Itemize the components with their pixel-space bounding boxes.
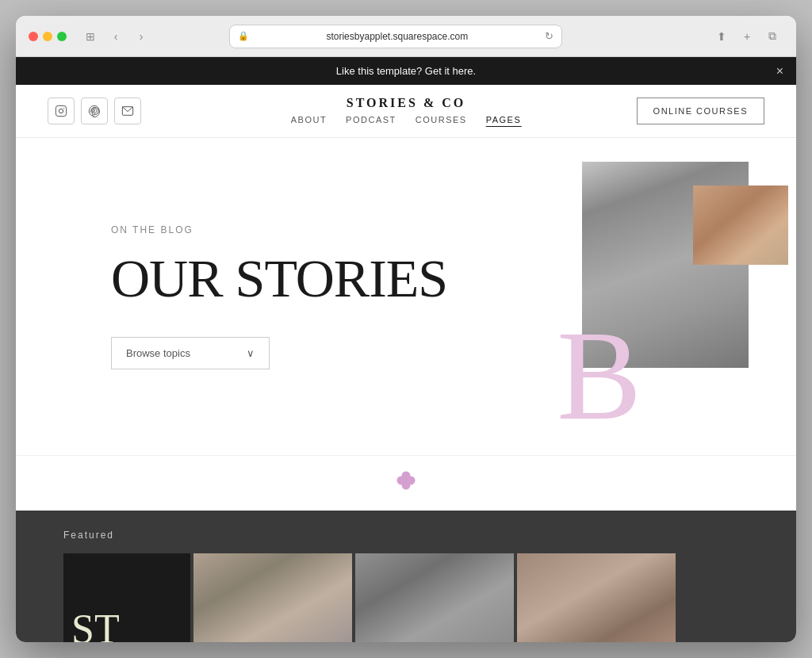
address-bar[interactable]: 🔒 storiesbyapplet.squarespace.com ↻ bbox=[229, 25, 562, 48]
nav-about[interactable]: ABOUT bbox=[291, 115, 327, 127]
svg-point-2 bbox=[63, 108, 64, 109]
browser-actions: ⬆ + ⧉ bbox=[710, 25, 783, 48]
chevron-down-icon: ∨ bbox=[247, 347, 255, 359]
featured-card-text[interactable]: ST bbox=[63, 553, 190, 642]
close-button[interactable] bbox=[29, 32, 38, 41]
flower-icon bbox=[394, 469, 418, 498]
tabs-button[interactable]: ⧉ bbox=[761, 25, 783, 48]
forward-button[interactable]: › bbox=[130, 25, 152, 48]
email-button[interactable] bbox=[114, 98, 141, 124]
card-image-3 bbox=[517, 553, 676, 642]
featured-card-1[interactable] bbox=[193, 553, 352, 642]
browser-window: ⊞ ‹ › 🔒 storiesbyapplet.squarespace.com … bbox=[16, 16, 796, 642]
card-image-1 bbox=[193, 553, 352, 642]
card-large-text: ST bbox=[71, 611, 120, 642]
website-content: Like this template? Get it here. × bbox=[16, 57, 796, 642]
header-right: ONLINE COURSES bbox=[637, 98, 764, 124]
browse-topics-label: Browse topics bbox=[126, 347, 190, 359]
back-button[interactable]: ‹ bbox=[105, 25, 127, 48]
online-courses-button[interactable]: ONLINE COURSES bbox=[637, 98, 764, 124]
svg-point-8 bbox=[404, 478, 408, 483]
minimize-button[interactable] bbox=[43, 32, 52, 41]
new-tab-button[interactable]: + bbox=[736, 25, 758, 48]
browse-topics-select[interactable]: Browse topics ∨ bbox=[111, 337, 270, 369]
header-social-icons bbox=[48, 98, 141, 124]
notification-banner: Like this template? Get it here. × bbox=[16, 57, 796, 85]
notification-text: Like this template? Get it here. bbox=[336, 65, 476, 77]
section-divider bbox=[16, 455, 796, 511]
svg-rect-0 bbox=[56, 105, 66, 116]
hero-title: OUR STORIES bbox=[111, 251, 447, 305]
featured-card-2[interactable] bbox=[355, 553, 514, 642]
traffic-lights bbox=[29, 32, 67, 41]
featured-section: Featured ST bbox=[16, 511, 796, 642]
site-title: STORIES & CO bbox=[291, 96, 522, 110]
featured-label: Featured bbox=[63, 530, 749, 541]
pinterest-button[interactable] bbox=[81, 98, 108, 124]
hero-small-image bbox=[693, 186, 788, 265]
hero-left-content: ON THE BLOG OUR STORIES Browse topics ∨ bbox=[16, 224, 447, 369]
address-text: storiesbyapplet.squarespace.com bbox=[254, 31, 540, 42]
hero-section: ON THE BLOG OUR STORIES Browse topics ∨ … bbox=[16, 138, 796, 455]
lock-icon: 🔒 bbox=[238, 31, 249, 41]
notification-close-button[interactable]: × bbox=[776, 64, 783, 78]
sidebar-toggle-button[interactable]: ⊞ bbox=[79, 25, 102, 48]
share-button[interactable]: ⬆ bbox=[710, 25, 733, 48]
featured-card-3[interactable] bbox=[517, 553, 676, 642]
instagram-button[interactable] bbox=[48, 98, 75, 124]
decorative-letter-b: B bbox=[557, 312, 642, 439]
site-header: STORIES & CO ABOUT PODCAST COURSES PAGES… bbox=[16, 85, 796, 138]
nav-courses[interactable]: COURSES bbox=[416, 115, 467, 127]
hero-eyebrow: ON THE BLOG bbox=[111, 224, 447, 235]
nav-podcast[interactable]: PODCAST bbox=[346, 115, 396, 127]
featured-cards: ST bbox=[63, 553, 749, 642]
maximize-button[interactable] bbox=[57, 32, 67, 41]
card-image-2 bbox=[355, 553, 514, 642]
svg-point-1 bbox=[59, 109, 63, 113]
browser-controls: ⊞ ‹ › bbox=[79, 25, 152, 48]
browser-chrome: ⊞ ‹ › 🔒 storiesbyapplet.squarespace.com … bbox=[16, 16, 796, 57]
hero-photo-fashion bbox=[693, 186, 788, 265]
reload-icon[interactable]: ↻ bbox=[545, 30, 553, 42]
nav-pages[interactable]: PAGES bbox=[486, 115, 522, 127]
header-center: STORIES & CO ABOUT PODCAST COURSES PAGES bbox=[291, 96, 522, 127]
site-nav: ABOUT PODCAST COURSES PAGES bbox=[291, 115, 522, 127]
